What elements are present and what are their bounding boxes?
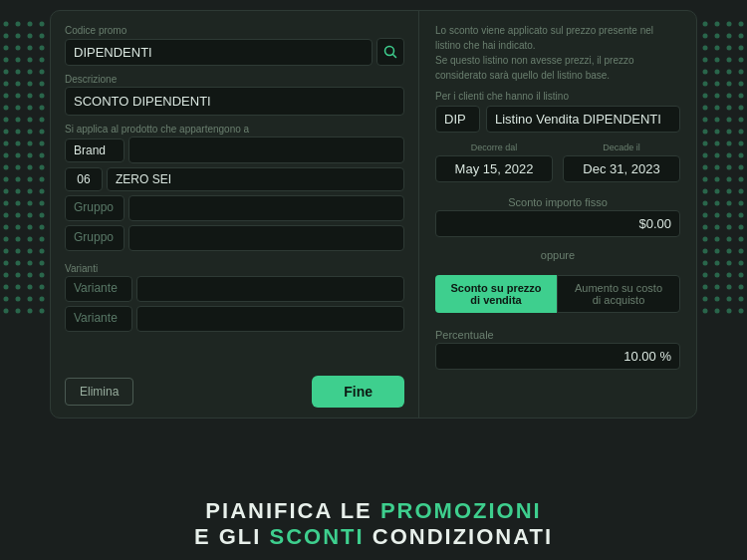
descrizione-value: SCONTO DIPENDENTI	[65, 87, 404, 116]
amount-input[interactable]	[435, 210, 680, 237]
variante-input-1[interactable]	[136, 276, 404, 302]
modal: Codice promo Descrizione SCONTO DIPENDEN…	[50, 10, 697, 419]
percentuale-input[interactable]	[435, 343, 680, 370]
variante-tag-2: Variante	[65, 306, 132, 332]
toggle-section: Sconto su prezzo di vendita Aumento su c…	[435, 275, 680, 313]
variante-input-2[interactable]	[136, 306, 404, 332]
descrizione-label: Descrizione	[65, 74, 404, 85]
line2-highlight: SCONTI	[270, 524, 365, 549]
applica-section: Si applica al prodotto che appartengono …	[65, 124, 404, 255]
search-button[interactable]	[376, 38, 404, 66]
gruppo-row-2: Gruppo	[65, 225, 404, 251]
gruppo-input-1[interactable]	[128, 195, 404, 221]
decade-il-label: Decade il	[603, 142, 640, 152]
date-end-input[interactable]	[563, 155, 680, 182]
listino-name-input[interactable]	[486, 106, 680, 133]
info-text-line2: Se questo listino non avesse prezzi, il …	[435, 53, 680, 83]
line2-part1: E GLI	[194, 524, 270, 549]
clienti-section: Per i clienti che hanno il listino	[435, 91, 680, 133]
oppure-text: oppure	[435, 249, 680, 261]
date-section: Decorre dal Decade il	[435, 142, 680, 182]
codice-promo-label: Codice promo	[65, 25, 404, 36]
applica-label: Si applica al prodotto che appartengono …	[65, 124, 404, 135]
variante-row-1: Variante	[65, 276, 404, 302]
brand-row: Brand	[65, 137, 404, 163]
codice-promo-input[interactable]	[65, 39, 373, 66]
bottom-line1: PIANIFICA LE PROMOZIONI	[0, 498, 747, 524]
search-icon	[383, 45, 397, 59]
line1-highlight: PROMOZIONI	[380, 498, 542, 523]
varianti-section: Varianti Variante Variante	[65, 263, 404, 332]
clienti-label: Per i clienti che hanno il listino	[435, 91, 680, 102]
bottom-actions: Elimina Fine	[65, 368, 404, 408]
line2-part2: CONDIZIONATI	[365, 524, 553, 549]
decade-il-group: Decade il	[563, 142, 680, 182]
bottom-line2: E GLI SCONTI CONDIZIONATI	[0, 524, 747, 550]
elimina-button[interactable]: Elimina	[65, 378, 133, 406]
percentuale-label: Percentuale	[435, 329, 680, 341]
decorre-dal-label: Decorre dal	[471, 142, 518, 152]
sconto-importo-section: Sconto importo fisso	[435, 190, 680, 237]
info-text-section: Lo sconto viene applicato sul prezzo pre…	[435, 23, 680, 83]
brand-input[interactable]	[128, 137, 404, 163]
line1-part1: PIANIFICA LE	[205, 498, 380, 523]
code-box: 06	[65, 167, 103, 191]
sconto-vendita-button[interactable]: Sconto su prezzo di vendita	[435, 275, 557, 313]
value-box: ZERO SEI	[107, 167, 404, 191]
svg-line-5	[393, 55, 396, 58]
date-start-input[interactable]	[435, 155, 553, 182]
percentuale-section: Percentuale	[435, 323, 680, 370]
gruppo-row-1: Gruppo	[65, 195, 404, 221]
gruppo-input-2[interactable]	[128, 225, 404, 251]
descrizione-section: Descrizione SCONTO DIPENDENTI	[65, 74, 404, 116]
code-value-row: 06 ZERO SEI	[65, 167, 404, 191]
varianti-label: Varianti	[65, 263, 404, 274]
brand-tag: Brand	[65, 139, 124, 162]
sconto-importo-label: Sconto importo fisso	[435, 196, 680, 208]
fine-button[interactable]: Fine	[312, 376, 404, 408]
aumento-acquisto-button[interactable]: Aumento su costo di acquisto	[557, 275, 680, 313]
bottom-text-area: PIANIFICA LE PROMOZIONI E GLI SCONTI CON…	[0, 498, 747, 550]
right-panel: Lo sconto viene applicato sul prezzo pre…	[419, 11, 696, 418]
gruppo-tag-1: Gruppo	[65, 195, 124, 221]
variante-tag-1: Variante	[65, 276, 132, 302]
listino-code-input[interactable]	[435, 106, 480, 133]
codice-promo-section: Codice promo	[65, 25, 404, 66]
gruppo-tag-2: Gruppo	[65, 225, 124, 251]
variante-row-2: Variante	[65, 306, 404, 332]
info-text-line1: Lo sconto viene applicato sul prezzo pre…	[435, 23, 680, 53]
left-panel: Codice promo Descrizione SCONTO DIPENDEN…	[51, 11, 419, 418]
decorre-dal-group: Decorre dal	[435, 142, 553, 182]
